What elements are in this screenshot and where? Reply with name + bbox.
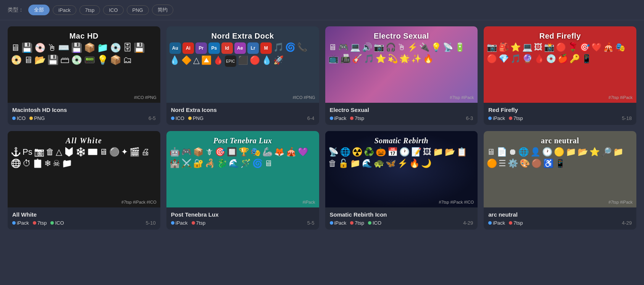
card-footer-post: Post Tenebra Lux iPack 7tsp 5-5 <box>166 207 319 230</box>
card-footer-nord: Nord Extra Icons ICO PNG 6-4 <box>166 103 319 125</box>
card-tags-somatic: #7tsp #iPack #ICO <box>439 200 474 204</box>
card-title-red: Red Firefly <box>484 32 636 40</box>
card-tags-post: #iPack <box>302 200 315 204</box>
card-footer-white: All White iPack 7tsp ICO 5 <box>8 207 160 230</box>
card-version-red: 5-18 <box>622 115 632 121</box>
badge-7tsp-arc: 7tsp <box>509 220 523 226</box>
filter-bar: 类型： 全部 iPack 7tsp ICO PNG 简约 <box>0 0 644 20</box>
card-version-post: 5-5 <box>307 220 315 226</box>
card-version-electro: 6-3 <box>466 115 473 121</box>
card-title-mac-hd: Mac HD <box>8 32 160 40</box>
card-all-white[interactable]: All White ⚓ Ps 📷 🗑 △ 🔰 ❄️ ✉️ 🖥 ⚫ ✦ 🎬 🖨 🌐… <box>8 131 160 230</box>
card-title-electro: Electro Sexual <box>325 32 478 40</box>
card-electro[interactable]: Electro Sexual 🖥 🎮 💻 🔊 📷 🎧 🖱 ⚡ 🔌 💡 📡 🔋 📺… <box>325 26 478 125</box>
badge-png-nord: PNG <box>188 115 203 121</box>
card-badges-post: iPack 7tsp <box>171 220 205 226</box>
card-post[interactable]: Post Tenebra Lux 🤖 🎮 📦 🗡 🎯 🔲 🏆 🎭 🦾 🦊 🎪 💜… <box>166 131 319 230</box>
card-red-firefly[interactable]: Red Firefly 📷 🎒 ⭐ 💻 🖼 📸 🔴 🌹 🎯 ❤️ 🎪 🎭 🔴 💎… <box>484 26 636 125</box>
filter-all[interactable]: 全部 <box>28 5 50 15</box>
card-meta-mac-hd: ICO PNG 6-5 <box>12 115 156 121</box>
card-badges-arc: iPack 7tsp <box>488 220 523 226</box>
card-nord[interactable]: Nord Extra Dock Au Ai Pr Ps Id Ae Lr M 🎵… <box>166 26 319 125</box>
badge-7tsp-white: 7tsp <box>33 220 47 226</box>
card-image-mac-hd: Mac HD 🖥 💾 💿 🖱 ⌨️ 💾 📦 📁 💿 🗄 💾 📀 🖥 📂 <box>8 26 160 103</box>
card-somatic[interactable]: Somatic Rebirth 📡 🌐 ☢️ ♻️ 🎃 📅 🕐 📝 🖼 📁 📂 … <box>325 131 478 230</box>
card-name-white: All White <box>12 211 156 218</box>
card-title-arc: arc neutral <box>484 136 636 145</box>
card-meta-white: iPack 7tsp ICO 5-10 <box>12 220 156 226</box>
card-title-somatic: Somatic Rebirth <box>325 136 478 145</box>
card-name-electro: Electro Sexual <box>330 107 473 113</box>
card-tags-nord: #ICO #PNG <box>293 95 315 100</box>
card-tags-electro: #7tsp #iPack <box>450 95 474 100</box>
dot-red-red <box>509 117 512 120</box>
badge-ipack-post: iPack <box>171 220 188 226</box>
card-badges-mac-hd: ICO PNG <box>12 115 45 121</box>
filter-ipack[interactable]: iPack <box>53 5 76 15</box>
card-arc[interactable]: arc neutral 🖥 📄 ⏺ 🌐 👤 🕐 🟡 📁 📂 ⭐ 🔎 📁 🟠 ☰ … <box>484 131 636 230</box>
badge-7tsp-red: 7tsp <box>509 115 523 121</box>
card-name-mac-hd: Macintosh HD Icons <box>12 107 156 113</box>
card-tags-arc: #7tsp #iPack <box>608 200 633 204</box>
dot-blue-post <box>171 221 174 225</box>
dot-yellow-mac <box>29 117 33 120</box>
badge-ico-mac: ICO <box>12 115 26 121</box>
card-footer-electro: Electro Sexual iPack 7tsp 6-3 <box>325 103 478 125</box>
card-version-somatic: 4-29 <box>463 220 473 226</box>
badge-ipack-electro: iPack <box>330 115 347 121</box>
card-meta-electro: iPack 7tsp 6-3 <box>330 115 473 121</box>
dot-red-somatic <box>350 221 353 225</box>
dot-blue-electro <box>330 117 333 120</box>
card-name-nord: Nord Extra Icons <box>171 107 315 113</box>
card-name-somatic: Somatic Rebirth Icon <box>330 211 473 218</box>
card-image-red: Red Firefly 📷 🎒 ⭐ 💻 🖼 📸 🔴 🌹 🎯 ❤️ 🎪 🎭 🔴 💎… <box>484 26 636 103</box>
card-badges-nord: ICO PNG <box>171 115 203 121</box>
badge-7tsp-post: 7tsp <box>192 220 206 226</box>
card-mac-hd[interactable]: Mac HD 🖥 💾 💿 🖱 ⌨️ 💾 📦 📁 💿 🗄 💾 📀 🖥 📂 <box>8 26 160 125</box>
card-image-nord: Nord Extra Dock Au Ai Pr Ps Id Ae Lr M 🎵… <box>166 26 319 103</box>
card-footer-arc: arc neutral iPack 7tsp 4-29 <box>484 207 636 230</box>
badge-ipack-somatic: iPack <box>330 220 347 226</box>
card-name-arc: arc neutral <box>488 211 632 218</box>
card-tags-mac-hd: #ICO #PNG <box>134 95 157 100</box>
card-badges-red: iPack 7tsp <box>488 115 523 121</box>
badge-7tsp-electro: 7tsp <box>350 115 364 121</box>
filter-label: 类型： <box>8 6 24 13</box>
card-meta-red: iPack 7tsp 5-18 <box>488 115 632 121</box>
badge-ipack-white: iPack <box>12 220 29 226</box>
card-title-nord: Nord Extra Dock <box>166 32 319 40</box>
card-version-white: 5-10 <box>146 220 156 226</box>
badge-ipack-arc: iPack <box>488 220 505 226</box>
dot-red-white <box>33 221 36 225</box>
cards-grid: Mac HD 🖥 💾 💿 🖱 ⌨️ 💾 📦 📁 💿 🗄 💾 📀 🖥 📂 <box>0 20 644 236</box>
filter-simple[interactable]: 简约 <box>152 5 173 15</box>
card-meta-somatic: iPack 7tsp ICO 4-29 <box>330 220 473 226</box>
dot-blue-arc <box>488 221 492 225</box>
card-name-post: Post Tenebra Lux <box>171 211 315 218</box>
card-image-electro: Electro Sexual 🖥 🎮 💻 🔊 📷 🎧 🖱 ⚡ 🔌 💡 📡 🔋 📺… <box>325 26 478 103</box>
dot-green-white <box>50 221 54 225</box>
card-badges-somatic: iPack 7tsp ICO <box>330 220 382 226</box>
filter-ico[interactable]: ICO <box>103 5 123 15</box>
icon-preview-white: ⚓ Ps 📷 🗑 △ 🔰 ❄️ ✉️ 🖥 ⚫ ✦ 🎬 🖨 🌐 ⏱ 📋 ❄ ☠ 📁 <box>8 131 160 207</box>
card-tags-white: #7tsp #iPack #ICO <box>121 200 157 204</box>
card-version-nord: 6-4 <box>307 115 315 121</box>
badge-ipack-red: iPack <box>488 115 505 121</box>
card-footer-mac-hd: Macintosh HD Icons ICO PNG 6-5 <box>8 103 160 125</box>
card-badges-electro: iPack 7tsp <box>330 115 364 121</box>
badge-ico-nord: ICO <box>171 115 184 121</box>
card-meta-nord: ICO PNG 6-4 <box>171 115 315 121</box>
card-name-red: Red Firefly <box>488 107 632 113</box>
card-footer-red: Red Firefly iPack 7tsp 5-18 <box>484 103 636 125</box>
card-meta-arc: iPack 7tsp 4-29 <box>488 220 632 226</box>
card-version-arc: 4-29 <box>622 220 632 226</box>
dot-red-electro <box>350 117 353 120</box>
card-footer-somatic: Somatic Rebirth Icon iPack 7tsp ICO <box>325 207 478 230</box>
dot-blue-red <box>488 117 492 120</box>
filter-png[interactable]: PNG <box>127 5 149 15</box>
dot-blue-nord <box>171 117 174 120</box>
filter-7tsp[interactable]: 7tsp <box>79 5 100 15</box>
dot-green-somatic <box>368 221 371 225</box>
card-version-mac: 6-5 <box>148 115 156 121</box>
badge-7tsp-somatic: 7tsp <box>350 220 364 226</box>
